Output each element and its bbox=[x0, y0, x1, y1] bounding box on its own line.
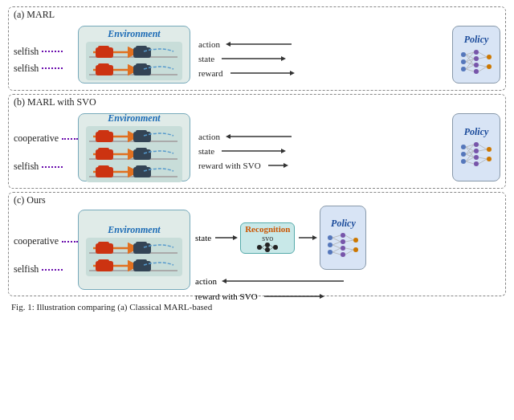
svg-point-24 bbox=[474, 69, 479, 74]
reward-svo-label-b: reward with SVO bbox=[198, 161, 261, 170]
arrow-action-b: action bbox=[198, 131, 446, 142]
arrow-reward-svo-b: reward with SVO bbox=[198, 160, 446, 171]
svg-line-120 bbox=[332, 238, 341, 242]
svg-rect-97 bbox=[136, 259, 147, 263]
svg-rect-51 bbox=[136, 148, 147, 152]
svg-marker-15 bbox=[281, 56, 286, 61]
env-box-a: Environment bbox=[78, 26, 190, 84]
svg-point-116 bbox=[341, 252, 345, 257]
svg-marker-61 bbox=[281, 149, 286, 153]
env-box-b: Environment bbox=[78, 113, 190, 181]
selfish-text-2: selfish bbox=[14, 63, 39, 75]
section-c-label: (c) Ours bbox=[14, 194, 46, 206]
coop-text-c: cooperative bbox=[14, 235, 59, 247]
policy-network-c bbox=[324, 231, 362, 259]
agent-label-selfish-b: selfish bbox=[14, 161, 78, 173]
svg-line-126 bbox=[345, 240, 353, 242]
reward-arrow-svg-a bbox=[226, 67, 299, 79]
svg-line-119 bbox=[332, 235, 341, 238]
svg-marker-59 bbox=[226, 134, 230, 139]
svo-arrow-c bbox=[297, 232, 317, 243]
dotted-line-b2 bbox=[42, 166, 63, 168]
svg-rect-91 bbox=[136, 242, 147, 246]
car-scene-a bbox=[86, 42, 182, 80]
svg-line-39 bbox=[479, 67, 487, 71]
recognition-box-c: Recognition svo bbox=[240, 222, 295, 254]
recognition-svo-c: svo bbox=[262, 234, 273, 243]
action-label-c: action bbox=[195, 276, 217, 286]
reward-svo-arrow-c bbox=[260, 291, 324, 302]
car-row-c2 bbox=[89, 258, 179, 274]
arrows-b: action state reward with SVO bbox=[190, 120, 452, 174]
svg-rect-57 bbox=[136, 165, 147, 169]
policy-label-c: Policy bbox=[331, 218, 356, 230]
car-row-b1 bbox=[89, 128, 179, 145]
agent-label-selfish-1: selfish bbox=[14, 46, 78, 58]
policy-label-a: Policy bbox=[464, 34, 489, 46]
svg-line-123 bbox=[332, 248, 341, 252]
svg-marker-63 bbox=[284, 163, 288, 168]
svg-line-128 bbox=[345, 250, 353, 255]
svg-point-71 bbox=[487, 147, 492, 152]
svg-point-26 bbox=[487, 64, 492, 69]
svg-point-117 bbox=[353, 238, 358, 243]
agent-label-coop-b: cooperative bbox=[14, 133, 78, 145]
svg-line-124 bbox=[332, 252, 341, 255]
svg-rect-9 bbox=[98, 63, 109, 67]
env-title-a: Environment bbox=[108, 28, 160, 40]
section-a-label: (a) MARL bbox=[14, 9, 55, 21]
svg-point-22 bbox=[474, 56, 479, 61]
svg-point-115 bbox=[341, 246, 345, 251]
action-arrow-svg-b bbox=[223, 131, 296, 142]
section-b-labels: cooperative selfish bbox=[14, 121, 78, 173]
svg-line-106 bbox=[270, 245, 273, 247]
section-b-content: cooperative selfish Environment bbox=[14, 102, 500, 181]
car-row-c1 bbox=[89, 240, 179, 256]
svg-point-67 bbox=[474, 142, 479, 147]
state-label-c: state bbox=[195, 233, 211, 243]
svg-point-114 bbox=[341, 239, 345, 244]
svg-marker-13 bbox=[226, 42, 230, 47]
car-row-a2 bbox=[89, 62, 179, 78]
svg-rect-45 bbox=[136, 130, 147, 134]
state-label-b: state bbox=[198, 146, 214, 156]
action-arrow-c bbox=[219, 275, 348, 287]
svg-line-37 bbox=[479, 57, 487, 59]
svg-line-82 bbox=[479, 145, 487, 149]
car-scene-svg-b1 bbox=[89, 129, 177, 144]
state-arrow-svg-a bbox=[218, 53, 290, 64]
recognition-label-c: Recognition bbox=[245, 224, 290, 234]
svg-rect-11 bbox=[136, 63, 147, 67]
car-row-b2 bbox=[89, 146, 179, 162]
section-c-content: cooperative selfish Environment bbox=[14, 183, 500, 305]
car-scene-svg-a2 bbox=[89, 63, 177, 77]
policy-network-a bbox=[457, 48, 496, 75]
state-arrow-svg-b bbox=[218, 145, 290, 157]
section-b: (b) MARL with SVO cooperative selfish En… bbox=[8, 94, 506, 189]
svg-point-112 bbox=[328, 250, 332, 255]
svg-marker-99 bbox=[233, 235, 238, 240]
reward-svo-arrow-svg-b bbox=[264, 160, 288, 171]
svg-line-104 bbox=[262, 245, 265, 247]
selfish-text-1: selfish bbox=[14, 46, 39, 58]
svg-point-72 bbox=[487, 157, 492, 161]
svg-point-101 bbox=[265, 243, 270, 247]
svg-point-20 bbox=[461, 67, 466, 71]
dotted-line-c2 bbox=[42, 269, 63, 271]
policy-network-b bbox=[457, 141, 496, 168]
svg-marker-132 bbox=[320, 294, 324, 299]
svg-point-65 bbox=[461, 152, 466, 157]
svg-line-125 bbox=[345, 235, 353, 240]
svg-marker-17 bbox=[290, 71, 295, 75]
svg-point-23 bbox=[474, 63, 479, 67]
svg-line-121 bbox=[332, 242, 341, 245]
section-a-content: selfish selfish Environment bbox=[14, 14, 500, 84]
svg-rect-95 bbox=[98, 259, 109, 263]
svg-point-103 bbox=[273, 245, 278, 250]
svg-point-21 bbox=[474, 50, 479, 55]
svg-point-70 bbox=[474, 161, 479, 166]
section-c-labels: cooperative selfish bbox=[14, 224, 78, 275]
section-c-middle: state Recognition svo bbox=[190, 194, 500, 305]
svg-point-110 bbox=[328, 235, 332, 240]
state-arrow-c bbox=[214, 232, 238, 243]
